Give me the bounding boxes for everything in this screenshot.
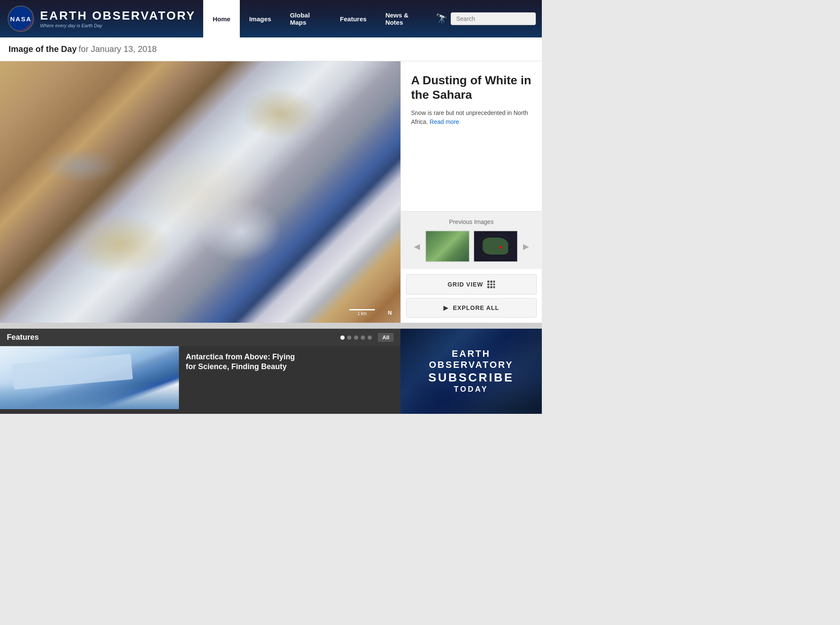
search-input[interactable] — [451, 12, 536, 25]
grid-view-label: GRID VIEW — [448, 281, 483, 288]
nav-images[interactable]: Images — [240, 0, 281, 37]
carousel-next-arrow[interactable]: ▶ — [521, 240, 531, 253]
features-title: Features — [7, 333, 39, 342]
explore-all-label: EXPLORE ALL — [453, 304, 499, 311]
nav-news-notes[interactable]: News & Notes — [376, 0, 430, 37]
features-dot-3[interactable] — [354, 335, 358, 340]
subscribe-cta: SUBSCRIBE TODAY — [429, 370, 514, 394]
main-content: 1 km N A Dusting of White in the Sahara … — [0, 61, 542, 323]
read-more-link[interactable]: Read more — [430, 118, 459, 125]
grid-view-button[interactable]: GRID VIEW — [406, 274, 537, 295]
bottom-section: Features All Antarctica from Above: Flyi… — [0, 329, 542, 414]
north-arrow: N — [388, 310, 392, 316]
feature-headline-line2: for Science, Finding Beauty — [186, 362, 287, 371]
section-divider — [0, 323, 542, 329]
features-header: Features All — [0, 329, 400, 346]
feature-headline-line1: Antarctica from Above: Flying — [186, 353, 295, 361]
subscribe-cta-line2: TODAY — [429, 385, 514, 394]
feature-text: Antarctica from Above: Flying for Scienc… — [179, 346, 302, 409]
features-dot-2[interactable] — [347, 335, 351, 340]
world-map-thumb — [476, 234, 515, 259]
feature-headline: Antarctica from Above: Flying for Scienc… — [186, 352, 295, 372]
scale-label: 1 km — [357, 311, 367, 316]
image-title: A Dusting of White in the Sahara — [411, 73, 532, 102]
scale-bar: 1 km — [349, 309, 375, 316]
site-tagline: Where every day is Earth Day — [40, 23, 196, 28]
nav-global-maps[interactable]: Global Maps — [281, 0, 331, 37]
nav-home[interactable]: Home — [203, 0, 240, 37]
nasa-logo-text: NASA — [10, 15, 32, 23]
features-dot-4[interactable] — [361, 335, 365, 340]
search-area: 🔭 — [430, 0, 542, 37]
logo-area: NASA EARTH OBSERVATORY Where every day i… — [0, 0, 203, 37]
scale-line — [349, 309, 375, 310]
features-content: Antarctica from Above: Flying for Scienc… — [0, 346, 400, 409]
prev-thumb-2[interactable] — [473, 230, 518, 262]
image-of-day-title-text: Image of the Day — [9, 44, 77, 54]
header: NASA EARTH OBSERVATORY Where every day i… — [0, 0, 542, 37]
image-info: A Dusting of White in the Sahara Snow is… — [401, 61, 542, 211]
main-image: 1 km N — [0, 61, 400, 323]
main-image-container[interactable]: 1 km N — [0, 61, 400, 323]
nasa-logo[interactable]: NASA — [8, 6, 34, 32]
subscribe-banner[interactable]: EARTH OBSERVATORY SUBSCRIBE TODAY — [400, 329, 542, 414]
features-dot-1[interactable] — [340, 335, 345, 340]
image-desc: Snow is rare but not unprecedented in No… — [411, 109, 532, 126]
action-buttons: GRID VIEW ▶ EXPLORE ALL — [401, 269, 542, 323]
subscribe-site-title: EARTH OBSERVATORY — [409, 348, 533, 370]
site-title: EARTH OBSERVATORY Where every day is Ear… — [40, 9, 196, 29]
site-title-main: EARTH OBSERVATORY — [40, 9, 196, 23]
side-panel: A Dusting of White in the Sahara Snow is… — [400, 61, 542, 323]
prev-thumb-1[interactable] — [425, 230, 470, 262]
features-section: Features All Antarctica from Above: Flyi… — [0, 329, 400, 414]
image-desc-text: Snow is rare but not unprecedented in No… — [411, 109, 528, 125]
feature-thumbnail[interactable] — [0, 346, 179, 409]
carousel-prev-arrow[interactable]: ◀ — [412, 240, 422, 253]
features-all-button[interactable]: All — [378, 333, 394, 342]
nav-features[interactable]: Features — [331, 0, 376, 37]
subscribe-cta-line1: SUBSCRIBE — [429, 371, 514, 384]
prev-images-title: Previous Images — [406, 218, 537, 225]
explore-prefix: ▶ — [443, 304, 449, 311]
prev-images: Previous Images ◀ ▶ — [401, 211, 542, 269]
nav-area: Home Images Global Maps Features News & … — [203, 0, 542, 37]
features-dot-5[interactable] — [368, 335, 372, 340]
image-of-day-header: Image of the Day for January 13, 2018 — [0, 37, 542, 61]
explore-all-button[interactable]: ▶ EXPLORE ALL — [406, 298, 537, 318]
image-of-day-date: for January 13, 2018 — [79, 44, 157, 54]
telescope-icon: 🔭 — [436, 13, 447, 24]
red-dot — [499, 246, 502, 249]
features-dots: All — [340, 333, 394, 342]
grid-icon — [487, 281, 495, 288]
prev-images-carousel: ◀ ▶ — [406, 230, 537, 262]
